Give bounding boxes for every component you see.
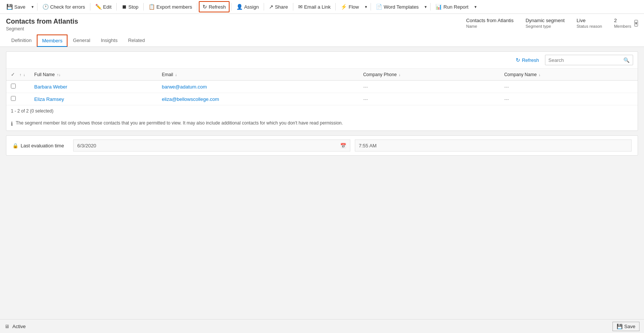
col-email[interactable]: Email ↓ <box>157 69 359 81</box>
members-table: ✓ ↑ ↓ Full Name ↑↓ Email ↓ Company P <box>6 69 638 105</box>
meta-members-label: Members <box>614 24 631 28</box>
meta-status-value: Live <box>576 18 602 23</box>
tab-general[interactable]: General <box>68 34 95 47</box>
select-all-checkbox[interactable]: ✓ <box>11 72 15 77</box>
notice-text: The segment member list only shows those… <box>16 120 343 126</box>
email-link[interactable]: barwe@adatum.com <box>162 84 207 90</box>
separator-11 <box>430 3 431 10</box>
fullname-sort-desc: ↓ <box>23 73 25 77</box>
flow-button[interactable]: ⚡ Flow <box>337 1 362 12</box>
stop-button[interactable]: ⏹ Stop <box>118 1 142 12</box>
row-checkbox-cell[interactable] <box>6 93 30 105</box>
evaluation-card: 🔒 Last evaluation time 6/3/2020 📅 7:55 A… <box>6 135 638 156</box>
separator-10 <box>371 3 371 10</box>
meta-status: Live Status reason <box>576 18 602 28</box>
row-company-phone: --- <box>359 93 500 105</box>
meta-members: 2 Members <box>614 18 631 28</box>
run-report-button[interactable]: 📊 Run Report <box>432 1 471 12</box>
notice-icon: ℹ <box>11 121 13 127</box>
tab-related[interactable]: Related <box>123 34 150 47</box>
word-templates-chevron[interactable]: ▾ <box>423 1 429 12</box>
save-button[interactable]: 💾 Save <box>3 1 29 12</box>
page-title-area: Contacts from Atlantis Segment <box>6 18 78 32</box>
separator-4 <box>143 3 144 10</box>
search-box: 🔍 <box>545 55 633 65</box>
email-sort-icon: ↓ <box>175 73 177 77</box>
flow-icon: ⚡ <box>341 4 347 10</box>
row-checkbox-cell[interactable] <box>6 81 30 93</box>
company-phone-sort-icon: ↓ <box>399 73 401 77</box>
table-row: Barbara Weber barwe@adatum.com --- --- <box>6 81 638 93</box>
bottom-save-button[interactable]: 💾 Save <box>612 322 639 331</box>
word-templates-button[interactable]: 📄 Word Templates <box>372 1 422 12</box>
export-button[interactable]: 📋 Export members <box>145 1 195 12</box>
bottom-bar: 🖥 Active 💾 Save <box>0 319 644 333</box>
separator-7 <box>264 3 264 10</box>
row-fullname[interactable]: Eliza Ramsey <box>30 93 157 105</box>
col-company-name[interactable]: Company Name ↓ <box>500 69 638 81</box>
row-checkbox[interactable] <box>11 84 16 88</box>
lock-icon: 🔒 <box>12 143 18 148</box>
edit-icon: ✏️ <box>95 4 102 10</box>
company-name-sort-icon: ↓ <box>539 73 540 77</box>
meta-status-label: Status reason <box>576 24 602 28</box>
check-errors-button[interactable]: 🕐 Check for errors <box>39 1 89 12</box>
evaluation-label: 🔒 Last evaluation time <box>12 143 69 148</box>
search-button[interactable]: 🔍 <box>620 56 633 64</box>
tab-definition[interactable]: Definition <box>6 34 37 47</box>
evaluation-row: 🔒 Last evaluation time 6/3/2020 📅 7:55 A… <box>6 136 638 155</box>
col-fullname[interactable]: Full Name ↑↓ <box>30 69 157 81</box>
row-fullname[interactable]: Barbara Weber <box>30 81 157 93</box>
refresh-button[interactable]: ↻ Refresh <box>199 1 230 12</box>
col-checkbox[interactable]: ✓ ↑ ↓ <box>6 69 30 81</box>
members-refresh-button[interactable]: ↻ Refresh <box>513 56 542 64</box>
check-errors-icon: 🕐 <box>42 4 49 10</box>
run-report-chevron[interactable]: ▾ <box>473 1 479 12</box>
members-toolbar: ↻ Refresh 🔍 <box>6 52 638 69</box>
meta-name-label: Name <box>466 24 513 28</box>
search-input[interactable] <box>545 57 620 63</box>
evaluation-date-field: 6/3/2020 📅 <box>73 140 350 152</box>
share-icon: ↗ <box>269 4 273 10</box>
calendar-icon: 📅 <box>340 143 346 148</box>
edit-button[interactable]: ✏️ Edit <box>92 1 115 12</box>
share-button[interactable]: ↗ Share <box>266 1 291 12</box>
contact-link[interactable]: Barbara Weber <box>34 84 67 90</box>
monitor-icon: 🖥 <box>5 324 9 329</box>
pagination-info: 1 - 2 of 2 (0 selected) <box>6 105 638 117</box>
refresh-icon: ↻ <box>203 4 207 10</box>
flow-chevron[interactable]: ▾ <box>363 1 369 12</box>
page-title: Contacts from Atlantis <box>6 18 78 26</box>
members-refresh-icon: ↻ <box>516 57 520 63</box>
assign-icon: 👤 <box>236 4 243 10</box>
page-header: Contacts from Atlantis Segment Contacts … <box>0 14 644 47</box>
run-report-icon: 📊 <box>435 4 442 10</box>
email-link[interactable]: eliza@bellowscollege.com <box>162 96 219 102</box>
row-email[interactable]: barwe@adatum.com <box>157 81 359 93</box>
evaluation-date-value: 6/3/2020 <box>77 143 96 148</box>
row-email[interactable]: eliza@bellowscollege.com <box>157 93 359 105</box>
table-row: Eliza Ramsey eliza@bellowscollege.com --… <box>6 93 638 105</box>
save-chevron[interactable]: ▾ <box>30 1 36 12</box>
export-icon: 📋 <box>149 4 155 10</box>
row-company-phone: --- <box>359 81 500 93</box>
separator-3 <box>116 3 117 10</box>
email-link-button[interactable]: ✉ Email a Link <box>295 1 334 12</box>
members-card: ↻ Refresh 🔍 ✓ ↑ ↓ Full Nam <box>6 51 638 131</box>
fullname-sort-icon: ↑↓ <box>57 73 60 77</box>
meta-members-value: 2 <box>614 18 631 23</box>
meta-name-value: Contacts from Atlantis <box>466 18 513 23</box>
contact-link[interactable]: Eliza Ramsey <box>34 96 64 102</box>
separator-6 <box>231 3 231 10</box>
row-checkbox[interactable] <box>11 96 16 101</box>
meta-name: Contacts from Atlantis Name <box>466 18 513 28</box>
evaluation-time-field: 7:55 AM <box>355 140 632 152</box>
page-subtitle: Segment <box>6 26 78 32</box>
col-company-phone[interactable]: Company Phone ↓ <box>359 69 500 81</box>
tab-members[interactable]: Members <box>37 34 68 47</box>
fullname-sort-asc: ↑ <box>20 73 21 77</box>
tabs: Definition Members General Insights Rela… <box>6 34 638 46</box>
tab-insights[interactable]: Insights <box>96 34 123 47</box>
page-meta-chevron[interactable]: ▾ <box>634 20 638 27</box>
assign-button[interactable]: 👤 Assign <box>233 1 262 12</box>
